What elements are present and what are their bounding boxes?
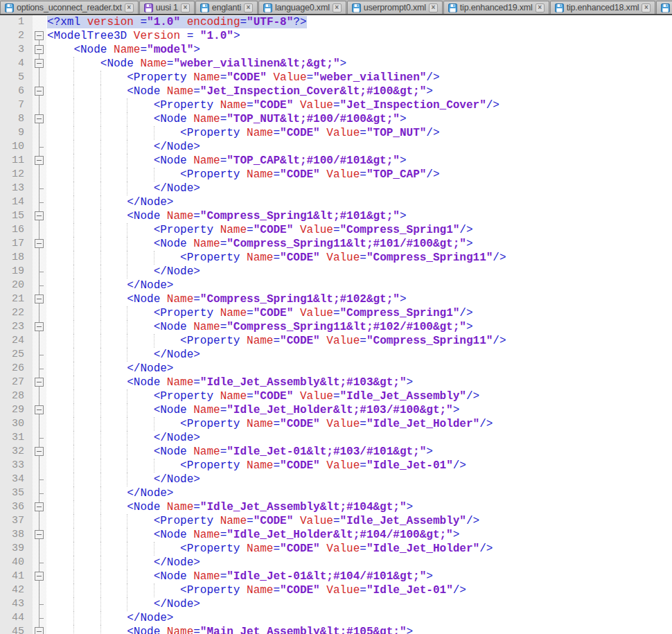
code-line[interactable]: </Node> (46, 182, 672, 195)
code-line[interactable]: </Node> (46, 195, 672, 209)
fold-collapse-button[interactable] (35, 45, 44, 54)
code-line[interactable]: <Property Name="CODE" Value="Compress_Sp… (46, 334, 672, 348)
syntax-equals: = (273, 543, 280, 555)
syntax-equals: = (193, 376, 200, 389)
tab-tip-enhanced18-xml[interactable]: tip.enhanced18.xml× (550, 1, 656, 14)
code-line[interactable]: <ModelTree3D Version = "1.0"> (46, 29, 672, 43)
code-line[interactable]: </Node> (46, 265, 672, 279)
syntax-tag: <Node (154, 404, 187, 416)
code-line[interactable]: <Node Name="Jet_Inspection_Cover&lt;#100… (46, 85, 672, 98)
close-icon[interactable]: × (536, 3, 545, 12)
fold-collapse-button[interactable] (35, 378, 44, 387)
tab-userprompt0-xml[interactable]: userprompt0.xml× (347, 1, 443, 14)
code-line[interactable]: <Node Name="Idle_Jet_Assembly&lt;#104&gt… (46, 500, 672, 514)
fold-collapse-button[interactable] (35, 627, 44, 634)
syntax-tag: <Property (180, 543, 240, 555)
close-icon[interactable]: × (333, 3, 342, 12)
syntax-space (240, 543, 247, 555)
code-line[interactable]: <Node Name="Main_Jet_Assembly&lt;#105&gt… (46, 625, 672, 634)
syntax-tag: > (340, 58, 347, 70)
code-line[interactable]: <Property Name="CODE" Value="TOP_CAP"/> (46, 168, 672, 182)
close-icon[interactable]: × (181, 3, 190, 12)
code-line[interactable]: <Node Name="Idle_Jet_Holder&lt;#103/#100… (46, 403, 672, 417)
code-line[interactable]: </Node> (46, 556, 672, 570)
fold-margin (33, 597, 46, 611)
code-line[interactable]: <Node Name="Compress_Spring1&lt;#101&gt;… (46, 209, 672, 223)
code-line[interactable]: <Node Name="Idle_Jet_Assembly&lt;#103&gt… (46, 376, 672, 389)
indent-guide (127, 182, 127, 195)
code-line[interactable]: <Property Name="CODE" Value="Idle_Jet_Ho… (46, 542, 672, 556)
code-line[interactable]: </Node> (46, 431, 672, 445)
fold-collapse-button[interactable] (35, 114, 44, 123)
code-line[interactable]: <Node Name="TOP_CAP&lt;#100/#101&gt;"> (46, 154, 672, 168)
indent-guide (100, 556, 101, 570)
editor[interactable]: 1<?xml version ="1.0" encoding="UTF-8"?>… (0, 15, 672, 634)
syntax-space (240, 252, 247, 264)
code-line[interactable]: <Property Name="CODE" Value="Idle_Jet_Ho… (46, 417, 672, 431)
code-line[interactable]: <Property Name="CODE" Value="Compress_Sp… (46, 251, 672, 265)
code-line[interactable]: </Node> (46, 279, 672, 292)
code-line[interactable]: <Node Name="Idle_Jet_Holder&lt;#104/#100… (46, 528, 672, 542)
code-line[interactable]: </Node> (46, 348, 672, 362)
close-icon[interactable]: × (125, 3, 134, 12)
fold-margin (33, 625, 46, 634)
fold-collapse-button[interactable] (35, 447, 44, 456)
code-line[interactable]: <Property Name="CODE" Value="Jet_Inspect… (46, 98, 672, 112)
tab-language0-xml[interactable]: language0.xml× (258, 1, 346, 14)
fold-collapse-button[interactable] (35, 294, 44, 303)
close-icon[interactable]: × (429, 3, 438, 12)
line-number: 10 (0, 140, 33, 154)
indent-guide (73, 611, 74, 625)
code-line[interactable]: <Node Name="model"> (46, 43, 672, 57)
indent-spaces (47, 71, 127, 84)
code-line[interactable]: </Node> (46, 611, 672, 625)
code-line[interactable]: <Property Name="CODE" Value="Idle_Jet-01… (46, 459, 672, 473)
close-icon[interactable]: × (244, 3, 253, 12)
tab-tip-enhanced19-xml[interactable]: tip.enhanced19.xml× (443, 1, 549, 14)
fold-collapse-button[interactable] (35, 239, 44, 248)
code-line[interactable]: </Node> (46, 362, 672, 376)
code-line[interactable]: <?xml version ="1.0" encoding="UTF-8"?> (46, 15, 672, 29)
fold-end-marker (39, 493, 44, 494)
fold-collapse-button[interactable] (35, 31, 44, 40)
fold-collapse-button[interactable] (35, 572, 44, 581)
tab-englanti[interactable]: englanti× (195, 1, 258, 14)
code-line[interactable]: <Node Name="TOP_NUT&lt;#100/#100&gt;"> (46, 112, 672, 126)
fold-collapse-button[interactable] (35, 59, 44, 68)
code-line[interactable]: <Property Name="CODE" Value="TOP_NUT"/> (46, 126, 672, 140)
syntax-attribute: Name (247, 418, 273, 430)
indent-guide (127, 542, 127, 556)
line-number: 32 (0, 445, 33, 459)
fold-collapse-button[interactable] (35, 405, 44, 414)
code-line[interactable]: <Node Name="Compress_Spring1&lt;#102&gt;… (46, 292, 672, 306)
code-line[interactable]: <Node Name="Compress_Spring11&lt;#102/#1… (46, 320, 672, 334)
tab-tip-enh[interactable]: tip.enh× (656, 1, 672, 14)
code-line[interactable]: </Node> (46, 597, 672, 611)
close-icon[interactable]: × (642, 3, 651, 12)
fold-collapse-button[interactable] (35, 211, 44, 220)
code-line[interactable]: </Node> (46, 140, 672, 154)
fold-collapse-button[interactable] (35, 156, 44, 165)
fold-collapse-button[interactable] (35, 87, 44, 96)
code-line[interactable]: <Node Name="Compress_Spring11&lt;#101/#1… (46, 237, 672, 251)
code-line[interactable]: <Property Name="CODE" Value="weber_viall… (46, 71, 672, 85)
code-line[interactable]: <Property Name="CODE" Value="Idle_Jet_As… (46, 389, 672, 403)
indent-spaces (47, 418, 180, 430)
code-line[interactable]: <Property Name="CODE" Value="Idle_Jet-01… (46, 583, 672, 597)
syntax-tag: </Node> (154, 473, 200, 486)
fold-collapse-button[interactable] (35, 502, 44, 511)
code-line[interactable]: <Property Name="CODE" Value="Compress_Sp… (46, 306, 672, 320)
tab-options-uconnect-reader-txt[interactable]: options_uconnect_reader.txt× (0, 1, 139, 14)
code-line[interactable]: <Node Name="Idle_Jet-01&lt;#104/#101&gt;… (46, 570, 672, 583)
code-line[interactable]: <Property Name="CODE" Value="Idle_Jet_As… (46, 514, 672, 528)
syntax-value: "Idle_Jet-01&lt;#103/#101&gt;" (227, 446, 426, 458)
code-line[interactable]: <Node Name="Idle_Jet-01&lt;#103/#101&gt;… (46, 445, 672, 459)
code-line[interactable]: </Node> (46, 486, 672, 500)
code-line[interactable]: <Node Name="weber_viallinen&lt;&gt;"> (46, 57, 672, 71)
tab-uusi-1[interactable]: uusi 1× (139, 1, 195, 14)
fold-margin (33, 514, 46, 528)
fold-collapse-button[interactable] (35, 530, 44, 539)
code-line[interactable]: </Node> (46, 473, 672, 486)
fold-collapse-button[interactable] (35, 322, 44, 331)
code-line[interactable]: <Property Name="CODE" Value="Compress_Sp… (46, 223, 672, 237)
